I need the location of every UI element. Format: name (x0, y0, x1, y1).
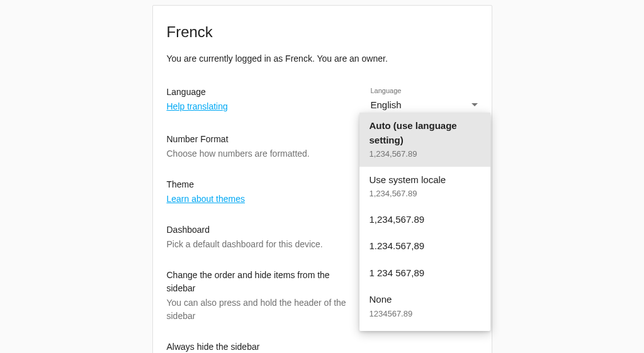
language-select-label: Language (371, 86, 478, 96)
number-format-option[interactable]: None1234567.89 (359, 286, 490, 326)
option-primary: 1 234 567,89 (370, 266, 480, 281)
option-primary: Auto (use language setting) (370, 119, 480, 147)
language-label-group: Language Help translating (167, 86, 371, 113)
option-secondary: 1234567.89 (370, 308, 480, 320)
option-secondary: 1,234,567.89 (370, 188, 480, 200)
sidebar-order-label-group: Change the order and hide items from the… (167, 269, 371, 323)
number-format-description: Choose how numbers are formatted. (167, 147, 358, 160)
dashboard-label-group: Dashboard Pick a default dashboard for t… (167, 223, 371, 251)
language-label: Language (167, 86, 358, 99)
number-format-option[interactable]: 1.234.567,89 (359, 233, 490, 260)
option-primary: 1.234.567,89 (370, 239, 480, 254)
option-secondary: 1,234,567.89 (370, 148, 480, 160)
hide-sidebar-row: Always hide the sidebar This will hide t… (167, 340, 478, 353)
number-format-option[interactable]: 1 234 567,89 (359, 260, 490, 287)
page-title: Frenck (167, 21, 478, 43)
help-translating-link[interactable]: Help translating (167, 101, 228, 111)
profile-settings-card: Frenck You are currently logged in as Fr… (152, 5, 492, 353)
number-format-label-group: Number Format Choose how numbers are for… (167, 133, 371, 160)
hide-sidebar-label-group: Always hide the sidebar This will hide t… (167, 340, 371, 353)
number-format-option[interactable]: Use system locale1,234,567.89 (359, 167, 490, 206)
number-format-label: Number Format (167, 133, 358, 146)
language-select-wrap: Language English (371, 86, 478, 115)
number-format-dropdown: Auto (use language setting)1,234,567.89U… (359, 113, 490, 331)
learn-about-themes-link[interactable]: Learn about themes (167, 194, 246, 204)
logged-in-status: You are currently logged in as Frenck. Y… (167, 52, 478, 65)
dashboard-label: Dashboard (167, 223, 358, 237)
option-primary: 1,234,567.89 (370, 213, 480, 227)
option-primary: Use system locale (370, 173, 480, 188)
number-format-option[interactable]: 1,234,567.89 (359, 206, 490, 233)
sidebar-order-label: Change the order and hide items from the… (167, 269, 358, 295)
number-format-option[interactable]: Auto (use language setting)1,234,567.89 (359, 113, 490, 167)
language-row: Language Help translating Language Engli… (167, 86, 478, 115)
dashboard-description: Pick a default dashboard for this device… (167, 238, 358, 251)
hide-sidebar-label: Always hide the sidebar (167, 340, 358, 353)
sidebar-order-description: You can also press and hold the header o… (167, 296, 358, 323)
language-select-value: English (371, 98, 402, 113)
option-primary: None (370, 293, 480, 307)
theme-label-group: Theme Learn about themes (167, 178, 371, 206)
theme-label: Theme (167, 178, 358, 191)
chevron-down-icon (472, 103, 478, 106)
